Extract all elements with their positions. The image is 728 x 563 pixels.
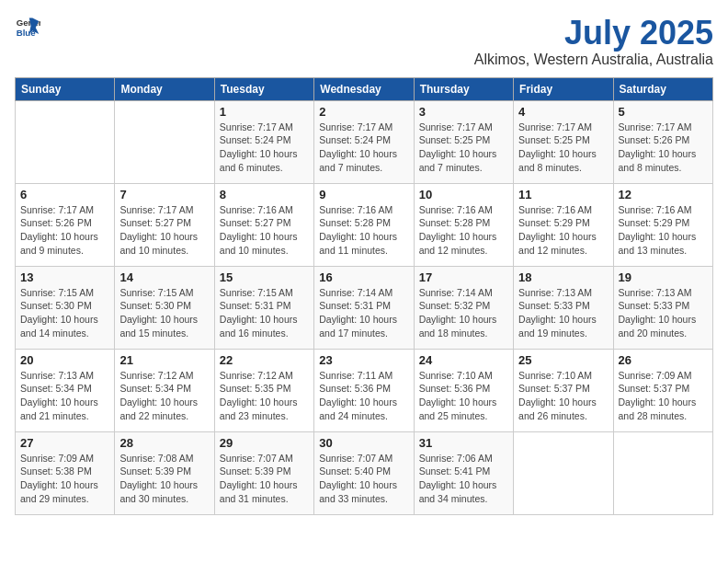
calendar-week-row: 6Sunrise: 7:17 AM Sunset: 5:26 PM Daylig… — [16, 183, 713, 266]
day-detail: Sunrise: 7:12 AM Sunset: 5:34 PM Dayligh… — [119, 369, 209, 423]
day-detail: Sunrise: 7:12 AM Sunset: 5:35 PM Dayligh… — [220, 369, 309, 423]
day-number: 7 — [119, 188, 209, 201]
day-detail: Sunrise: 7:10 AM Sunset: 5:37 PM Dayligh… — [518, 369, 608, 423]
day-number: 21 — [119, 353, 209, 367]
day-detail: Sunrise: 7:06 AM Sunset: 5:41 PM Dayligh… — [419, 452, 508, 506]
calendar-cell: 30Sunrise: 7:07 AM Sunset: 5:40 PM Dayli… — [314, 431, 414, 514]
weekday-header-wednesday: Wednesday — [314, 77, 414, 100]
weekday-header-thursday: Thursday — [414, 77, 513, 100]
calendar-cell: 31Sunrise: 7:06 AM Sunset: 5:41 PM Dayli… — [414, 431, 513, 514]
day-detail: Sunrise: 7:08 AM Sunset: 5:39 PM Dayligh… — [119, 452, 209, 506]
calendar-cell — [115, 100, 214, 183]
calendar-week-row: 20Sunrise: 7:13 AM Sunset: 5:34 PM Dayli… — [16, 349, 713, 431]
day-detail: Sunrise: 7:16 AM Sunset: 5:29 PM Dayligh… — [518, 203, 608, 258]
calendar-cell: 16Sunrise: 7:14 AM Sunset: 5:31 PM Dayli… — [314, 266, 414, 349]
day-detail: Sunrise: 7:16 AM Sunset: 5:27 PM Dayligh… — [220, 203, 309, 258]
calendar-cell: 25Sunrise: 7:10 AM Sunset: 5:37 PM Dayli… — [514, 349, 613, 431]
calendar-cell: 11Sunrise: 7:16 AM Sunset: 5:29 PM Dayli… — [514, 183, 613, 266]
day-number: 5 — [619, 105, 708, 119]
day-number: 4 — [518, 105, 608, 119]
weekday-header-monday: Monday — [115, 77, 214, 100]
day-detail: Sunrise: 7:09 AM Sunset: 5:37 PM Dayligh… — [619, 369, 708, 423]
day-number: 9 — [319, 188, 408, 201]
calendar-cell: 6Sunrise: 7:17 AM Sunset: 5:26 PM Daylig… — [16, 183, 115, 266]
weekday-header-tuesday: Tuesday — [214, 77, 313, 100]
day-detail: Sunrise: 7:14 AM Sunset: 5:32 PM Dayligh… — [419, 286, 508, 340]
weekday-header-saturday: Saturday — [613, 77, 712, 100]
day-detail: Sunrise: 7:07 AM Sunset: 5:39 PM Dayligh… — [220, 452, 309, 506]
day-number: 16 — [319, 270, 408, 284]
calendar-cell: 15Sunrise: 7:15 AM Sunset: 5:31 PM Dayli… — [214, 266, 313, 349]
day-number: 17 — [419, 270, 508, 284]
calendar-cell — [613, 431, 712, 514]
day-number: 15 — [220, 270, 309, 284]
calendar-cell: 26Sunrise: 7:09 AM Sunset: 5:37 PM Dayli… — [613, 349, 712, 431]
calendar-week-row: 13Sunrise: 7:15 AM Sunset: 5:30 PM Dayli… — [16, 266, 713, 349]
calendar-table: SundayMondayTuesdayWednesdayThursdayFrid… — [15, 77, 713, 515]
weekday-header-row: SundayMondayTuesdayWednesdayThursdayFrid… — [16, 77, 713, 100]
day-number: 1 — [220, 105, 309, 119]
calendar-cell: 28Sunrise: 7:08 AM Sunset: 5:39 PM Dayli… — [115, 431, 214, 514]
calendar-title: July 2025 — [474, 15, 713, 52]
day-number: 14 — [119, 270, 209, 284]
calendar-cell: 2Sunrise: 7:17 AM Sunset: 5:24 PM Daylig… — [314, 100, 414, 183]
day-number: 13 — [20, 270, 109, 284]
day-detail: Sunrise: 7:16 AM Sunset: 5:29 PM Dayligh… — [619, 203, 708, 258]
calendar-cell: 19Sunrise: 7:13 AM Sunset: 5:33 PM Dayli… — [613, 266, 712, 349]
calendar-cell: 21Sunrise: 7:12 AM Sunset: 5:34 PM Dayli… — [115, 349, 214, 431]
title-area: July 2025 Alkimos, Western Australia, Au… — [474, 15, 713, 68]
weekday-header-friday: Friday — [514, 77, 613, 100]
day-number: 20 — [20, 353, 109, 367]
day-detail: Sunrise: 7:17 AM Sunset: 5:26 PM Dayligh… — [20, 203, 109, 258]
day-number: 12 — [619, 188, 708, 201]
calendar-cell: 5Sunrise: 7:17 AM Sunset: 5:26 PM Daylig… — [613, 100, 712, 183]
day-number: 8 — [220, 188, 309, 201]
day-detail: Sunrise: 7:17 AM Sunset: 5:25 PM Dayligh… — [419, 121, 508, 175]
day-detail: Sunrise: 7:07 AM Sunset: 5:40 PM Dayligh… — [319, 452, 408, 506]
day-detail: Sunrise: 7:17 AM Sunset: 5:27 PM Dayligh… — [119, 203, 209, 258]
day-detail: Sunrise: 7:10 AM Sunset: 5:36 PM Dayligh… — [419, 369, 508, 423]
calendar-cell: 22Sunrise: 7:12 AM Sunset: 5:35 PM Dayli… — [214, 349, 313, 431]
page-header: General Blue July 2025 Alkimos, Western … — [15, 15, 713, 68]
calendar-cell: 7Sunrise: 7:17 AM Sunset: 5:27 PM Daylig… — [115, 183, 214, 266]
day-detail: Sunrise: 7:16 AM Sunset: 5:28 PM Dayligh… — [419, 203, 508, 258]
calendar-cell: 24Sunrise: 7:10 AM Sunset: 5:36 PM Dayli… — [414, 349, 513, 431]
day-number: 29 — [220, 436, 309, 450]
day-detail: Sunrise: 7:13 AM Sunset: 5:34 PM Dayligh… — [20, 369, 109, 423]
logo: General Blue — [15, 15, 40, 40]
day-detail: Sunrise: 7:16 AM Sunset: 5:28 PM Dayligh… — [319, 203, 408, 258]
day-number: 22 — [220, 353, 309, 367]
calendar-cell: 8Sunrise: 7:16 AM Sunset: 5:27 PM Daylig… — [214, 183, 313, 266]
day-detail: Sunrise: 7:15 AM Sunset: 5:30 PM Dayligh… — [20, 286, 109, 340]
calendar-cell — [16, 100, 115, 183]
day-detail: Sunrise: 7:15 AM Sunset: 5:30 PM Dayligh… — [119, 286, 209, 340]
calendar-cell: 4Sunrise: 7:17 AM Sunset: 5:25 PM Daylig… — [514, 100, 613, 183]
day-number: 11 — [518, 188, 608, 201]
day-number: 25 — [518, 353, 608, 367]
calendar-cell: 12Sunrise: 7:16 AM Sunset: 5:29 PM Dayli… — [613, 183, 712, 266]
day-detail: Sunrise: 7:17 AM Sunset: 5:26 PM Dayligh… — [619, 121, 708, 175]
calendar-week-row: 1Sunrise: 7:17 AM Sunset: 5:24 PM Daylig… — [16, 100, 713, 183]
day-detail: Sunrise: 7:17 AM Sunset: 5:24 PM Dayligh… — [319, 121, 408, 175]
day-detail: Sunrise: 7:13 AM Sunset: 5:33 PM Dayligh… — [518, 286, 608, 340]
day-number: 30 — [319, 436, 408, 450]
day-detail: Sunrise: 7:17 AM Sunset: 5:25 PM Dayligh… — [518, 121, 608, 175]
day-number: 3 — [419, 105, 508, 119]
day-detail: Sunrise: 7:17 AM Sunset: 5:24 PM Dayligh… — [220, 121, 309, 175]
day-number: 24 — [419, 353, 508, 367]
calendar-cell — [514, 431, 613, 514]
calendar-subtitle: Alkimos, Western Australia, Australia — [474, 52, 713, 68]
calendar-cell: 9Sunrise: 7:16 AM Sunset: 5:28 PM Daylig… — [314, 183, 414, 266]
day-detail: Sunrise: 7:11 AM Sunset: 5:36 PM Dayligh… — [319, 369, 408, 423]
day-number: 31 — [419, 436, 508, 450]
day-detail: Sunrise: 7:13 AM Sunset: 5:33 PM Dayligh… — [619, 286, 708, 340]
calendar-header: SundayMondayTuesdayWednesdayThursdayFrid… — [16, 77, 713, 100]
day-detail: Sunrise: 7:15 AM Sunset: 5:31 PM Dayligh… — [220, 286, 309, 340]
day-number: 28 — [119, 436, 209, 450]
day-number: 19 — [619, 270, 708, 284]
calendar-cell: 20Sunrise: 7:13 AM Sunset: 5:34 PM Dayli… — [16, 349, 115, 431]
calendar-cell: 14Sunrise: 7:15 AM Sunset: 5:30 PM Dayli… — [115, 266, 214, 349]
day-number: 23 — [319, 353, 408, 367]
calendar-cell: 23Sunrise: 7:11 AM Sunset: 5:36 PM Dayli… — [314, 349, 414, 431]
day-number: 18 — [518, 270, 608, 284]
